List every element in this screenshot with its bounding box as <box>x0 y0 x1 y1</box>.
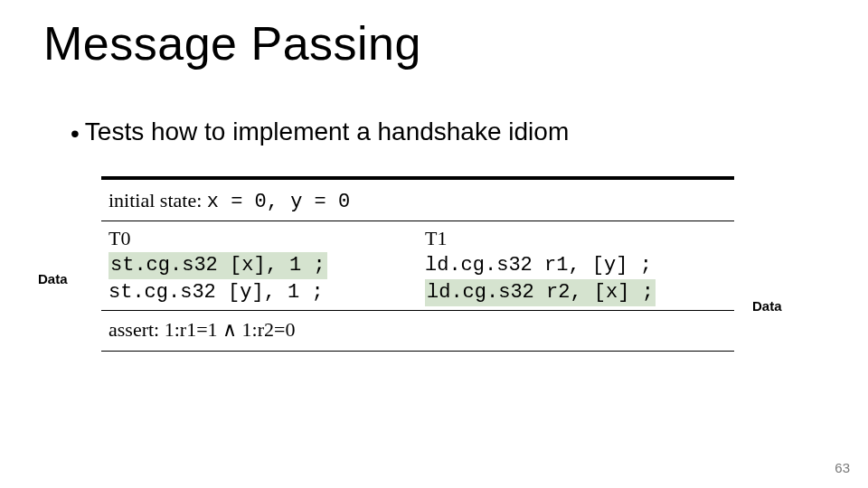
threads-block: T0 T1 st.cg.s32 [x], 1 ; ld.cg.s32 r1, [… <box>101 221 734 310</box>
t1-line-0: ld.cg.s32 r1, [y] ; <box>425 254 652 277</box>
assert-row: assert: 1:r1=1 ∧ 1:r2=0 <box>101 311 734 351</box>
annotation-data-left: Data <box>38 271 68 286</box>
assert-expr: 1:r1=1 ∧ 1:r2=0 <box>165 318 296 341</box>
thread-labels-row: T0 T1 <box>101 227 734 252</box>
code-row-1: st.cg.s32 [y], 1 ; ld.cg.s32 r2, [x] ; <box>101 279 734 306</box>
bullet-dot-icon: • <box>71 121 80 146</box>
bullet-text: Tests how to implement a handshake idiom <box>85 117 569 145</box>
initial-state-row: initial state: x = 0, y = 0 <box>101 180 734 221</box>
t0-line-1-cell: st.cg.s32 [y], 1 ; <box>101 279 418 306</box>
t0-line-0-cell: st.cg.s32 [x], 1 ; <box>101 252 418 279</box>
bullet-item: •Tests how to implement a handshake idio… <box>71 117 569 146</box>
thread-t0-label: T0 <box>108 227 418 250</box>
t1-line-0-cell: ld.cg.s32 r1, [y] ; <box>418 252 734 279</box>
t0-line-0: st.cg.s32 [x], 1 ; <box>108 252 327 279</box>
thread-t1-col: T1 <box>418 227 734 252</box>
t1-line-1: ld.cg.s32 r2, [x] ; <box>425 279 656 306</box>
thread-t1-label: T1 <box>425 227 734 250</box>
slide: Message Passing •Tests how to implement … <box>0 0 868 488</box>
assert-label: assert: <box>108 318 159 341</box>
initial-state-label: initial state: <box>108 189 202 211</box>
litmus-table: initial state: x = 0, y = 0 T0 T1 st.cg.… <box>101 176 734 352</box>
t0-line-1: st.cg.s32 [y], 1 ; <box>108 281 324 304</box>
t1-line-1-cell: ld.cg.s32 r2, [x] ; <box>418 279 734 306</box>
thread-t0-col: T0 <box>101 227 418 252</box>
rule-bottom <box>101 351 734 352</box>
annotation-data-right: Data <box>752 298 782 314</box>
page-number: 63 <box>835 460 850 475</box>
slide-title: Message Passing <box>43 16 421 70</box>
initial-state-expr: x = 0, y = 0 <box>207 191 350 213</box>
code-row-0: st.cg.s32 [x], 1 ; ld.cg.s32 r1, [y] ; <box>101 252 734 279</box>
